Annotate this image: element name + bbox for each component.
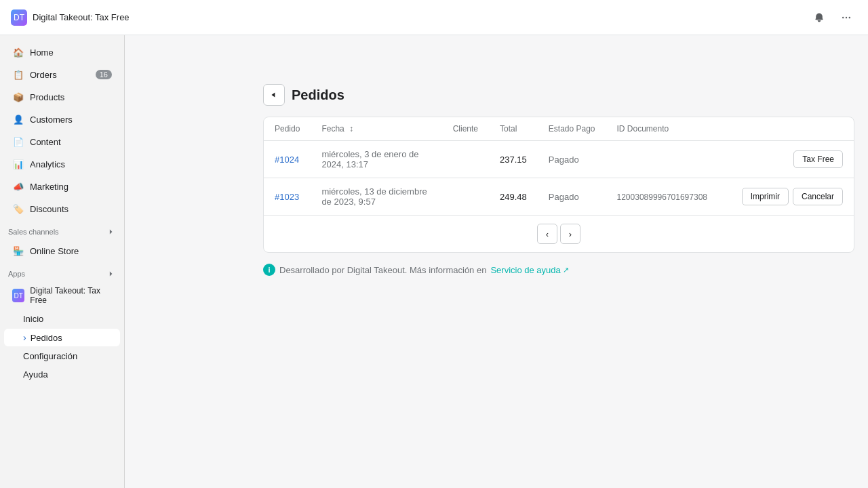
- svg-point-0: [842, 16, 844, 18]
- topbar-actions: [808, 7, 857, 28]
- page-header: Pedidos: [263, 84, 854, 106]
- cell-cliente-1: [442, 141, 489, 178]
- topbar-title: Digital Takeout: Tax Free: [33, 12, 130, 22]
- home-icon: 🏠: [12, 46, 24, 58]
- chevron-right-icon: [106, 227, 116, 237]
- sales-channels-section: Sales channels: [0, 220, 124, 239]
- table-row: #1024 miércoles, 3 de enero de 2024, 13:…: [264, 141, 854, 178]
- external-link-icon: ↗: [563, 266, 569, 274]
- col-id-documento: ID Documento: [606, 117, 718, 141]
- customers-icon: 👤: [12, 113, 24, 125]
- cell-actions-2: Imprimir Cancelar: [718, 178, 854, 216]
- main-content: Pedidos Pedido Fecha ↕ Cliente: [250, 70, 868, 488]
- sidebar-item-products[interactable]: 📦 Products: [4, 86, 120, 108]
- prev-page-button[interactable]: ‹: [537, 224, 557, 244]
- cell-fecha-2: miércoles, 13 de diciembre de 2023, 9:57: [311, 178, 441, 216]
- col-estado-pago: Estado Pago: [538, 117, 606, 141]
- marketing-icon: 📣: [12, 180, 24, 192]
- sidebar-item-orders[interactable]: 📋 Orders 16: [4, 64, 120, 85]
- apps-chevron-icon: [106, 269, 116, 279]
- cell-iddoc-1: [606, 141, 718, 178]
- back-button[interactable]: [263, 84, 285, 106]
- sidebar-sub-inicio[interactable]: Inicio: [4, 310, 120, 327]
- orders-table-card: Pedido Fecha ↕ Cliente Total: [263, 117, 854, 253]
- help-link[interactable]: Servicio de ayuda ↗: [490, 265, 568, 275]
- col-cliente: Cliente: [442, 117, 489, 141]
- back-icon: [269, 90, 279, 100]
- sidebar-item-customers[interactable]: 👤 Customers: [4, 108, 120, 130]
- col-pedido: Pedido: [264, 117, 311, 141]
- next-page-button[interactable]: ›: [560, 224, 580, 244]
- footer-info: i Desarrollado por Digital Takeout. Más …: [263, 264, 854, 276]
- sidebar-item-discounts[interactable]: 🏷️ Discounts: [4, 198, 120, 220]
- sidebar-item-online-store[interactable]: 🏪 Online Store: [4, 240, 120, 262]
- sidebar-sub-configuracion[interactable]: Configuración: [4, 348, 120, 365]
- products-icon: 📦: [12, 91, 24, 103]
- action-buttons-1: Tax Free: [729, 150, 843, 168]
- topbar: DT Digital Takeout: Tax Free: [0, 0, 868, 35]
- sidebar-item-marketing[interactable]: 📣 Marketing: [4, 176, 120, 197]
- cell-estado-2: Pagado: [538, 178, 606, 216]
- sidebar-item-analytics[interactable]: 📊 Analytics: [4, 153, 120, 175]
- tax-free-button[interactable]: Tax Free: [793, 150, 843, 168]
- table-header-row: Pedido Fecha ↕ Cliente Total: [264, 117, 854, 141]
- sidebar: 🏠 Home 📋 Orders 16 📦 Products 👤 Customer…: [0, 35, 125, 488]
- cell-iddoc-2: 12003089996701697308: [606, 178, 718, 216]
- col-total: Total: [489, 117, 538, 141]
- store-icon: 🏪: [12, 245, 24, 257]
- table-row: #1023 miércoles, 13 de diciembre de 2023…: [264, 178, 854, 216]
- analytics-icon: 📊: [12, 158, 24, 170]
- cancelar-button[interactable]: Cancelar: [793, 188, 843, 205]
- page-title: Pedidos: [292, 87, 344, 103]
- cell-total-2: 249.48: [489, 178, 538, 216]
- col-fecha[interactable]: Fecha ↕: [311, 117, 441, 141]
- svg-point-1: [846, 16, 847, 18]
- pedidos-indicator: ›: [23, 332, 26, 343]
- svg-point-2: [849, 16, 850, 18]
- more-button[interactable]: [835, 7, 857, 28]
- bell-icon: [814, 12, 825, 23]
- sort-icon: ↕: [349, 124, 353, 134]
- cell-fecha-1: miércoles, 3 de enero de 2024, 13:17: [311, 141, 441, 178]
- sidebar-item-content[interactable]: 📄 Content: [4, 131, 120, 152]
- cell-pedido-2: #1023: [264, 178, 311, 216]
- orders-badge: 16: [96, 70, 112, 79]
- imprimir-button[interactable]: Imprimir: [742, 188, 789, 205]
- apps-section: Apps: [0, 262, 124, 281]
- orders-icon: 📋: [12, 68, 24, 81]
- cell-cliente-2: [442, 178, 489, 216]
- content-icon: 📄: [12, 136, 24, 148]
- sidebar-sub-pedidos[interactable]: › Pedidos: [4, 329, 120, 346]
- cell-estado-1: Pagado: [538, 141, 606, 178]
- cell-pedido-1: #1024: [264, 141, 311, 178]
- bell-button[interactable]: [808, 7, 830, 28]
- sidebar-item-home[interactable]: 🏠 Home: [4, 41, 120, 63]
- cell-total-1: 237.15: [489, 141, 538, 178]
- topbar-app-icon: DT: [11, 9, 27, 26]
- action-buttons-2: Imprimir Cancelar: [729, 188, 843, 205]
- discounts-icon: 🏷️: [12, 203, 24, 215]
- orders-table: Pedido Fecha ↕ Cliente Total: [264, 117, 854, 215]
- sidebar-app-digital-takeout[interactable]: DT Digital Takeout: Tax Free: [4, 282, 120, 309]
- more-icon: [841, 12, 852, 23]
- info-icon: i: [263, 264, 275, 276]
- cell-actions-1: Tax Free: [718, 141, 854, 178]
- sidebar-sub-ayuda[interactable]: Ayuda: [4, 366, 120, 383]
- col-actions: [718, 117, 854, 141]
- app-icon: DT: [12, 289, 24, 302]
- pagination: ‹ ›: [264, 215, 854, 252]
- layout: 🏠 Home 📋 Orders 16 📦 Products 👤 Customer…: [0, 35, 868, 488]
